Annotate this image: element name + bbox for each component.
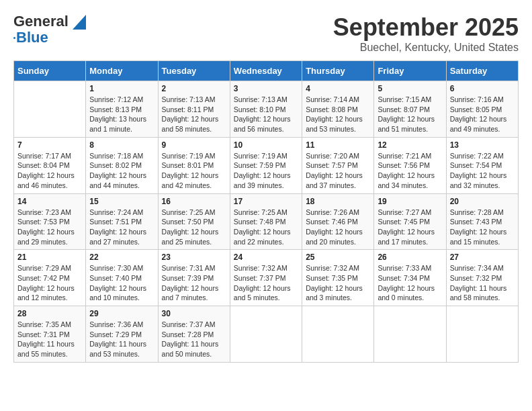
day-number: 5 [378,84,442,93]
header-day-wednesday: Wednesday [230,61,302,81]
day-info: Sunrise: 7:27 AM Sunset: 7:45 PM Dayligh… [378,208,442,247]
calendar-cell [14,81,86,138]
day-info: Sunrise: 7:23 AM Sunset: 7:53 PM Dayligh… [17,208,82,247]
logo-blue: Blue [16,30,48,46]
day-info: Sunrise: 7:25 AM Sunset: 7:48 PM Dayligh… [234,208,298,247]
day-info: Sunrise: 7:19 AM Sunset: 8:01 PM Dayligh… [162,151,226,191]
logo-general: General [13,13,69,30]
calendar-cell: 12Sunrise: 7:21 AM Sunset: 7:56 PM Dayli… [374,137,446,193]
day-info: Sunrise: 7:13 AM Sunset: 8:10 PM Dayligh… [234,95,298,134]
day-info: Sunrise: 7:25 AM Sunset: 7:50 PM Dayligh… [162,208,226,247]
day-number: 4 [306,84,370,93]
calendar-cell: 11Sunrise: 7:20 AM Sunset: 7:57 PM Dayli… [302,137,374,193]
day-number: 19 [378,197,442,206]
header-day-friday: Friday [374,61,446,81]
day-info: Sunrise: 7:24 AM Sunset: 7:51 PM Dayligh… [89,208,154,247]
page-header: General Blue September 2025 Buechel, Ken… [13,13,519,54]
day-info: Sunrise: 7:26 AM Sunset: 7:46 PM Dayligh… [306,208,370,247]
day-info: Sunrise: 7:28 AM Sunset: 7:43 PM Dayligh… [450,208,515,247]
day-number: 29 [89,309,154,318]
day-info: Sunrise: 7:32 AM Sunset: 7:37 PM Dayligh… [234,263,298,303]
calendar-week-2: 7Sunrise: 7:17 AM Sunset: 8:04 PM Daylig… [14,137,519,193]
day-info: Sunrise: 7:16 AM Sunset: 8:05 PM Dayligh… [450,95,515,134]
calendar-cell [446,306,518,363]
calendar-week-3: 14Sunrise: 7:23 AM Sunset: 7:53 PM Dayli… [14,193,519,250]
calendar-cell: 3Sunrise: 7:13 AM Sunset: 8:10 PM Daylig… [230,81,302,138]
day-number: 28 [17,309,82,318]
day-number: 6 [450,84,515,93]
calendar-cell: 6Sunrise: 7:16 AM Sunset: 8:05 PM Daylig… [446,81,518,138]
page-subtitle: Buechel, Kentucky, United States [333,42,519,54]
day-number: 16 [162,197,226,206]
day-number: 2 [162,84,226,93]
day-number: 8 [89,140,154,150]
calendar-cell: 24Sunrise: 7:32 AM Sunset: 7:37 PM Dayli… [230,250,302,306]
day-number: 1 [89,84,154,93]
day-info: Sunrise: 7:15 AM Sunset: 8:07 PM Dayligh… [378,95,442,134]
day-number: 30 [162,309,226,318]
calendar-cell: 1Sunrise: 7:12 AM Sunset: 8:13 PM Daylig… [86,81,158,138]
day-number: 9 [162,140,226,150]
calendar-cell: 30Sunrise: 7:37 AM Sunset: 7:28 PM Dayli… [158,306,230,363]
day-number: 15 [89,197,154,206]
calendar-week-4: 21Sunrise: 7:29 AM Sunset: 7:42 PM Dayli… [14,250,519,306]
header-day-monday: Monday [86,61,158,81]
day-info: Sunrise: 7:20 AM Sunset: 7:57 PM Dayligh… [306,151,370,191]
day-number: 27 [450,253,515,262]
calendar-cell: 20Sunrise: 7:28 AM Sunset: 7:43 PM Dayli… [446,193,518,250]
logo: General Blue [13,13,86,46]
day-info: Sunrise: 7:30 AM Sunset: 7:40 PM Dayligh… [89,263,154,303]
calendar-week-5: 28Sunrise: 7:35 AM Sunset: 7:31 PM Dayli… [14,306,519,363]
calendar-cell: 18Sunrise: 7:26 AM Sunset: 7:46 PM Dayli… [302,193,374,250]
title-section: September 2025 Buechel, Kentucky, United… [333,13,519,54]
calendar-cell: 16Sunrise: 7:25 AM Sunset: 7:50 PM Dayli… [158,193,230,250]
header-day-saturday: Saturday [446,61,518,81]
header-day-sunday: Sunday [14,61,86,81]
logo-triangle-icon [73,15,86,30]
day-info: Sunrise: 7:17 AM Sunset: 8:04 PM Dayligh… [17,151,82,191]
calendar-cell: 4Sunrise: 7:14 AM Sunset: 8:08 PM Daylig… [302,81,374,138]
day-info: Sunrise: 7:21 AM Sunset: 7:56 PM Dayligh… [378,151,442,191]
day-number: 14 [17,197,82,206]
day-info: Sunrise: 7:34 AM Sunset: 7:32 PM Dayligh… [450,263,515,303]
calendar-cell: 17Sunrise: 7:25 AM Sunset: 7:48 PM Dayli… [230,193,302,250]
calendar-cell: 26Sunrise: 7:33 AM Sunset: 7:34 PM Dayli… [374,250,446,306]
day-number: 12 [378,140,442,150]
calendar-week-1: 1Sunrise: 7:12 AM Sunset: 8:13 PM Daylig… [14,81,519,138]
calendar-cell: 23Sunrise: 7:31 AM Sunset: 7:39 PM Dayli… [158,250,230,306]
day-info: Sunrise: 7:12 AM Sunset: 8:13 PM Dayligh… [89,95,154,134]
day-number: 10 [234,140,298,150]
day-info: Sunrise: 7:22 AM Sunset: 7:54 PM Dayligh… [450,151,515,191]
calendar-cell: 8Sunrise: 7:18 AM Sunset: 8:02 PM Daylig… [86,137,158,193]
day-number: 13 [450,140,515,150]
day-number: 25 [306,253,370,262]
calendar-cell: 19Sunrise: 7:27 AM Sunset: 7:45 PM Dayli… [374,193,446,250]
day-number: 7 [17,140,82,150]
day-info: Sunrise: 7:35 AM Sunset: 7:31 PM Dayligh… [17,320,82,359]
calendar-cell [230,306,302,363]
day-info: Sunrise: 7:29 AM Sunset: 7:42 PM Dayligh… [17,263,82,303]
calendar-cell: 5Sunrise: 7:15 AM Sunset: 8:07 PM Daylig… [374,81,446,138]
day-number: 23 [162,253,226,262]
day-number: 11 [306,140,370,150]
day-number: 21 [17,253,82,262]
calendar-cell [374,306,446,363]
calendar-cell: 29Sunrise: 7:36 AM Sunset: 7:29 PM Dayli… [86,306,158,363]
day-info: Sunrise: 7:37 AM Sunset: 7:28 PM Dayligh… [162,320,226,359]
calendar-cell: 10Sunrise: 7:19 AM Sunset: 7:59 PM Dayli… [230,137,302,193]
day-number: 22 [89,253,154,262]
calendar-cell: 13Sunrise: 7:22 AM Sunset: 7:54 PM Dayli… [446,137,518,193]
calendar-cell: 2Sunrise: 7:13 AM Sunset: 8:11 PM Daylig… [158,81,230,138]
day-info: Sunrise: 7:36 AM Sunset: 7:29 PM Dayligh… [89,320,154,359]
svg-marker-0 [73,15,86,30]
header-day-tuesday: Tuesday [158,61,230,81]
calendar-cell: 15Sunrise: 7:24 AM Sunset: 7:51 PM Dayli… [86,193,158,250]
calendar-cell: 9Sunrise: 7:19 AM Sunset: 8:01 PM Daylig… [158,137,230,193]
calendar-table: SundayMondayTuesdayWednesdayThursdayFrid… [13,60,519,363]
day-number: 26 [378,253,442,262]
day-info: Sunrise: 7:19 AM Sunset: 7:59 PM Dayligh… [234,151,298,191]
day-info: Sunrise: 7:18 AM Sunset: 8:02 PM Dayligh… [89,151,154,191]
calendar-cell: 28Sunrise: 7:35 AM Sunset: 7:31 PM Dayli… [14,306,86,363]
page-title: September 2025 [333,13,519,42]
day-info: Sunrise: 7:31 AM Sunset: 7:39 PM Dayligh… [162,263,226,303]
